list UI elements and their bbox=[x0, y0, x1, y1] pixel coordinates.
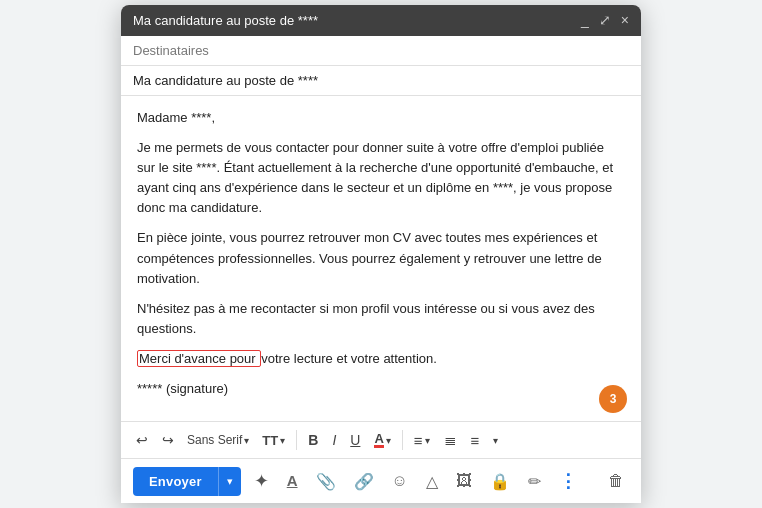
undo-icon: ↩ bbox=[136, 432, 148, 448]
pen-button[interactable]: ✏ bbox=[523, 468, 546, 495]
compose-title: Ma candidature au poste de **** bbox=[133, 13, 581, 28]
bulleted-list-icon: ≡ bbox=[471, 432, 480, 449]
align-button[interactable]: ≡ ▾ bbox=[409, 428, 435, 453]
formatting-options-button[interactable]: ✦ bbox=[249, 466, 274, 496]
link-button[interactable]: 🔗 bbox=[349, 468, 379, 495]
closing-highlighted: Merci d'avance pour bbox=[137, 350, 261, 367]
more-formatting-icon: ▾ bbox=[493, 435, 498, 446]
drive-icon: △ bbox=[426, 473, 438, 490]
undo-button[interactable]: ↩ bbox=[131, 428, 153, 452]
link-icon: 🔗 bbox=[354, 473, 374, 490]
minimize-button[interactable]: _ bbox=[581, 13, 589, 27]
numbered-list-icon: ≣ bbox=[444, 431, 457, 449]
compose-body[interactable]: Madame ****, Je me permets de vous conta… bbox=[121, 96, 641, 422]
compose-window: Ma candidature au poste de **** _ ⤢ × De… bbox=[121, 5, 641, 504]
pen-icon: ✏ bbox=[528, 473, 541, 490]
font-color-icon: A bbox=[374, 432, 383, 448]
numbered-list-button[interactable]: ≣ bbox=[439, 427, 462, 453]
align-icon: ≡ bbox=[414, 432, 423, 449]
divider2 bbox=[402, 430, 403, 450]
font-size-icon: TT bbox=[262, 433, 278, 448]
paragraph3: N'hésitez pas à me recontacter si mon pr… bbox=[137, 299, 625, 339]
send-button-group: Envoyer ▾ bbox=[133, 467, 241, 496]
paragraph1: Je me permets de vous contacter pour don… bbox=[137, 138, 625, 219]
more-formatting-button[interactable]: ▾ bbox=[488, 431, 503, 450]
formatting-toolbar: ↩ ↪ Sans Serif ▾ TT ▾ B I U A ▾ ≡ bbox=[121, 421, 641, 458]
font-size-dropdown-icon: ▾ bbox=[280, 435, 285, 446]
font-color-dropdown-icon: ▾ bbox=[386, 435, 391, 446]
closing-paragraph: Merci d'avance pour votre lecture et vot… bbox=[137, 349, 625, 369]
bold-icon: B bbox=[308, 432, 318, 448]
drive-button[interactable]: △ bbox=[421, 468, 443, 495]
maximize-button[interactable]: ⤢ bbox=[599, 13, 611, 27]
align-dropdown-icon: ▾ bbox=[425, 435, 430, 446]
text-format-icon: A bbox=[287, 472, 298, 489]
divider1 bbox=[296, 430, 297, 450]
font-selector[interactable]: Sans Serif ▾ bbox=[183, 431, 253, 449]
more-options-icon: ⋮ bbox=[559, 471, 577, 491]
italic-button[interactable]: I bbox=[327, 428, 341, 452]
bulleted-list-button[interactable]: ≡ bbox=[466, 428, 485, 453]
recipients-field[interactable]: Destinataires bbox=[121, 36, 641, 66]
underline-button[interactable]: U bbox=[345, 428, 365, 452]
photo-icon: 🖼 bbox=[456, 472, 472, 489]
action-bar: Envoyer ▾ ✦ A 📎 🔗 ☺ △ 🖼 🔒 ✏ bbox=[121, 458, 641, 503]
underline-icon: U bbox=[350, 432, 360, 448]
attachment-icon: 📎 bbox=[316, 473, 336, 490]
photo-button[interactable]: 🖼 bbox=[451, 468, 477, 494]
formatting-options-icon: ✦ bbox=[254, 471, 269, 491]
more-options-button[interactable]: ⋮ bbox=[554, 466, 582, 496]
send-dropdown-icon: ▾ bbox=[227, 475, 233, 487]
lock-icon: 🔒 bbox=[490, 473, 510, 490]
greeting: Madame ****, bbox=[137, 108, 625, 128]
subject-field[interactable]: Ma candidature au poste de **** bbox=[121, 66, 641, 96]
redo-button[interactable]: ↪ bbox=[157, 428, 179, 452]
font-dropdown-icon: ▾ bbox=[244, 435, 249, 446]
bold-button[interactable]: B bbox=[303, 428, 323, 452]
font-size-button[interactable]: TT ▾ bbox=[257, 429, 290, 452]
lock-button[interactable]: 🔒 bbox=[485, 468, 515, 495]
recipients-placeholder: Destinataires bbox=[133, 43, 209, 58]
font-name: Sans Serif bbox=[187, 433, 242, 447]
emoji-icon: ☺ bbox=[392, 472, 408, 489]
font-color-button[interactable]: A ▾ bbox=[369, 428, 395, 452]
text-format-button[interactable]: A bbox=[282, 468, 303, 494]
emoji-button[interactable]: ☺ bbox=[387, 468, 413, 494]
subject-value: Ma candidature au poste de **** bbox=[133, 73, 318, 88]
italic-icon: I bbox=[332, 432, 336, 448]
compose-header: Ma candidature au poste de **** _ ⤢ × bbox=[121, 5, 641, 36]
send-button[interactable]: Envoyer bbox=[133, 467, 218, 496]
redo-icon: ↪ bbox=[162, 432, 174, 448]
paragraph2: En pièce jointe, vous pourrez retrouver … bbox=[137, 228, 625, 288]
trash-icon: 🗑 bbox=[608, 472, 624, 489]
closing-rest: votre lecture et votre attention. bbox=[261, 351, 437, 366]
close-button[interactable]: × bbox=[621, 13, 629, 27]
signature: ***** (signature) bbox=[137, 379, 625, 399]
header-actions: _ ⤢ × bbox=[581, 13, 629, 27]
delete-button[interactable]: 🗑 bbox=[603, 468, 629, 494]
attachment-button[interactable]: 📎 bbox=[311, 468, 341, 495]
send-dropdown-button[interactable]: ▾ bbox=[218, 467, 241, 496]
